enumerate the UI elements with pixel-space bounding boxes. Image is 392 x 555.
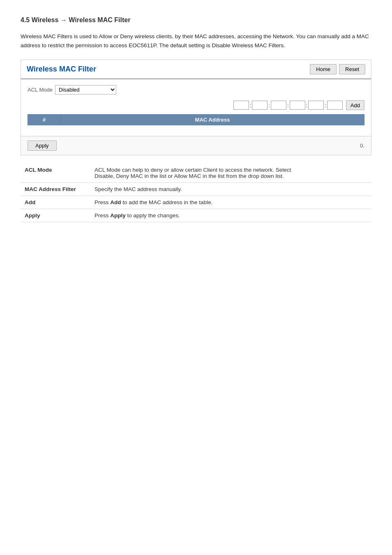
page-heading: 4.5 Wireless → Wireless MAC Filter bbox=[21, 16, 371, 24]
mac-octet-2[interactable] bbox=[252, 101, 267, 110]
mac-input-row: : : : : : Add bbox=[28, 100, 364, 110]
acl-mode-label: ACL Mode bbox=[28, 87, 53, 93]
mac-octet-5[interactable] bbox=[308, 101, 324, 110]
info-def-mac-filter: Specify the MAC address manually. bbox=[90, 183, 371, 196]
mac-sep-5: : bbox=[325, 102, 326, 108]
info-term-apply: Apply bbox=[21, 209, 90, 222]
mac-octet-6[interactable] bbox=[327, 101, 343, 110]
table-col-mac: MAC Address bbox=[61, 115, 364, 125]
info-term-add: Add bbox=[21, 196, 90, 209]
mac-octet-4[interactable] bbox=[290, 101, 305, 110]
panel-body: ACL Mode Disabled Deny MAC in the list A… bbox=[21, 79, 371, 136]
table-col-hash: # bbox=[28, 115, 61, 125]
info-def-apply: Press Apply to apply the changes. bbox=[90, 209, 371, 222]
info-def-acl-mode: ACL Mode can help to deny or allow certa… bbox=[90, 164, 371, 183]
wireless-mac-filter-panel: Wireless MAC Filter Home Reset ACL Mode … bbox=[21, 60, 371, 155]
info-table: ACL Mode ACL Mode can help to deny or al… bbox=[21, 164, 371, 222]
add-button[interactable]: Add bbox=[346, 100, 364, 110]
page-description: Wireless MAC Filters is used to Allow or… bbox=[21, 32, 371, 50]
home-button[interactable]: Home bbox=[310, 64, 337, 74]
info-row-acl-mode: ACL Mode ACL Mode can help to deny or al… bbox=[21, 164, 371, 183]
mac-octet-1[interactable] bbox=[233, 101, 249, 110]
info-term-acl-mode: ACL Mode bbox=[21, 164, 90, 183]
mac-sep-3: : bbox=[287, 102, 289, 108]
info-row-add: Add Press Add to add the MAC address in … bbox=[21, 196, 371, 209]
mac-sep-4: : bbox=[306, 102, 308, 108]
apply-row: Apply 0. bbox=[21, 136, 371, 155]
reset-button[interactable]: Reset bbox=[339, 64, 365, 74]
acl-mode-row: ACL Mode Disabled Deny MAC in the list A… bbox=[28, 85, 364, 94]
info-term-mac-filter: MAC Address Filter bbox=[21, 183, 90, 196]
panel-title: Wireless MAC Filter bbox=[27, 65, 96, 74]
info-def-add: Press Add to add the MAC address in the … bbox=[90, 196, 371, 209]
info-row-apply: Apply Press Apply to apply the changes. bbox=[21, 209, 371, 222]
panel-header: Wireless MAC Filter Home Reset bbox=[21, 60, 371, 79]
acl-mode-select[interactable]: Disabled Deny MAC in the list Allow MAC … bbox=[55, 85, 116, 94]
record-count: 0. bbox=[360, 143, 364, 149]
mac-octet-3[interactable] bbox=[271, 101, 286, 110]
mac-address-table: # MAC Address bbox=[28, 114, 364, 125]
mac-sep-1: : bbox=[250, 102, 251, 108]
mac-sep-2: : bbox=[268, 102, 270, 108]
panel-header-buttons: Home Reset bbox=[310, 64, 365, 74]
info-row-mac-filter: MAC Address Filter Specify the MAC addre… bbox=[21, 183, 371, 196]
apply-button[interactable]: Apply bbox=[28, 140, 57, 151]
